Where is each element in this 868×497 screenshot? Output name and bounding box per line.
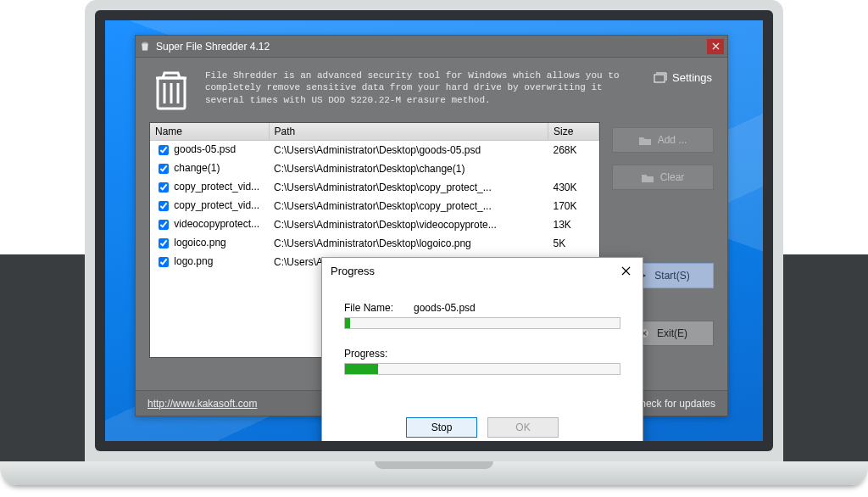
table-row[interactable]: copy_protect_vid...C:\Users\Administrato… [150, 197, 599, 215]
laptop-frame-left [0, 254, 85, 461]
file-path: C:\Users\Administrator\Desktop\copy_prot… [269, 197, 548, 215]
file-name: change(1) [174, 162, 220, 174]
ok-button: OK [487, 417, 559, 438]
folder-icon [642, 171, 654, 183]
table-row[interactable]: change(1)C:\Users\Administrator\Desktop\… [150, 159, 599, 178]
window-title: Super File Shredder 4.12 [156, 41, 270, 53]
row-checkbox[interactable] [159, 220, 169, 230]
check-updates-link[interactable]: Check for updates [633, 398, 715, 410]
row-checkbox[interactable] [159, 182, 169, 193]
file-size: 268K [548, 141, 599, 160]
progress-label: Progress: [344, 348, 387, 360]
laptop-notch [375, 461, 493, 469]
laptop-screen: Super File Shredder 4.12 File Sh [85, 0, 783, 461]
row-checkbox[interactable] [159, 164, 169, 174]
desktop-wallpaper: Super File Shredder 4.12 File Sh [105, 20, 763, 441]
titlebar[interactable]: Super File Shredder 4.12 [136, 36, 727, 58]
file-name: copy_protect_vid... [174, 181, 259, 193]
file-name: logo.png [174, 255, 213, 267]
file-path: C:\Users\Administrator\Desktop\videocopy… [269, 215, 548, 234]
app-description: File Shredder is an advanced security to… [205, 70, 640, 106]
folder-icon [639, 134, 651, 146]
table-row[interactable]: videocopyprotect...C:\Users\Administrato… [150, 215, 599, 234]
file-path: C:\Users\Administrator\Desktop\change(1) [269, 159, 548, 178]
row-checkbox[interactable] [159, 145, 169, 155]
svg-rect-1 [654, 75, 665, 82]
settings-label: Settings [672, 71, 712, 84]
col-size[interactable]: Size [548, 123, 599, 141]
shredder-icon [151, 70, 192, 112]
file-size: 170K [548, 197, 599, 215]
file-size: 13K [548, 215, 599, 234]
website-link[interactable]: http://www.kakasoft.com [147, 398, 257, 410]
file-path: C:\Users\Administrator\Desktop\goods-05.… [269, 141, 548, 160]
row-checkbox[interactable] [159, 257, 169, 267]
file-path: C:\Users\Administrator\Desktop\copy_prot… [269, 178, 548, 197]
table-row[interactable]: goods-05.psdC:\Users\Administrator\Deskt… [150, 141, 599, 160]
file-path: C:\Users\Administrator\Desktop\logoico.p… [269, 234, 548, 253]
close-icon [621, 266, 631, 276]
file-name-value: goods-05.psd [414, 302, 476, 314]
close-button[interactable] [707, 39, 724, 54]
row-checkbox[interactable] [159, 201, 169, 211]
table-row[interactable]: copy_protect_vid...C:\Users\Administrato… [150, 178, 599, 197]
file-size: 5K [548, 234, 599, 253]
laptop-bezel: Super File Shredder 4.12 File Sh [95, 10, 773, 451]
row-checkbox[interactable] [159, 238, 169, 248]
col-name[interactable]: Name [150, 123, 269, 141]
table-row[interactable]: logoico.pngC:\Users\Administrator\Deskto… [150, 234, 599, 253]
file-name-label: File Name: [344, 302, 393, 314]
laptop-frame-right [783, 254, 868, 461]
file-size [548, 159, 599, 178]
file-name: logoico.png [174, 237, 225, 248]
file-name: copy_protect_vid... [174, 199, 259, 211]
settings-icon [654, 72, 667, 84]
add-button[interactable]: Add ... [612, 127, 714, 153]
progress-dialog: Progress File Name: goods-05.psd [321, 257, 643, 441]
file-progressbar [344, 317, 620, 329]
stop-button[interactable]: Stop [406, 417, 477, 438]
dialog-close-button[interactable] [618, 266, 634, 276]
file-size: 430K [548, 178, 599, 197]
file-name: goods-05.psd [174, 143, 236, 155]
header: File Shredder is an advanced security to… [136, 58, 727, 122]
close-icon [712, 42, 720, 50]
settings-button[interactable]: Settings [654, 70, 712, 84]
dialog-titlebar[interactable]: Progress [322, 258, 643, 283]
col-path[interactable]: Path [269, 123, 548, 141]
table-header-row[interactable]: Name Path Size [150, 123, 599, 141]
overall-progressbar [344, 363, 620, 375]
file-name: videocopyprotect... [174, 218, 259, 230]
trash-icon [139, 41, 151, 53]
laptop-base [0, 461, 868, 485]
clear-button[interactable]: Clear [612, 165, 714, 190]
dialog-title: Progress [331, 265, 375, 277]
